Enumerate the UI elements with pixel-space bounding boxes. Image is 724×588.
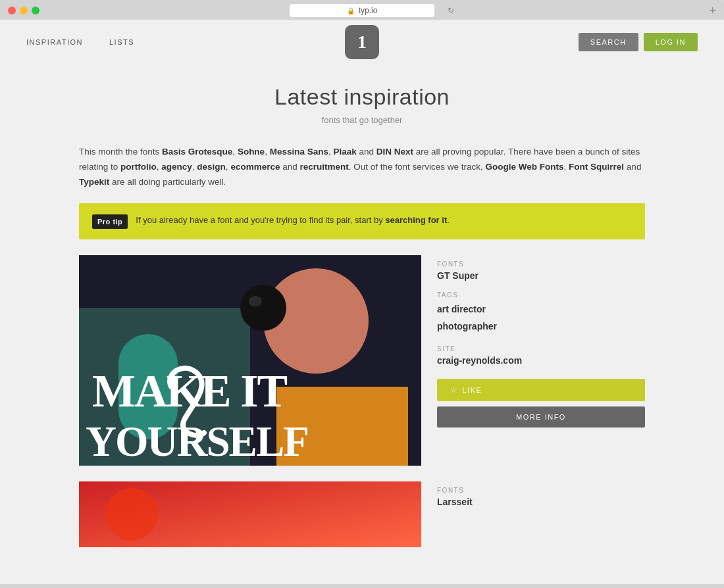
navbar: INSPIRATION LISTS 1 SEARCH LOG IN xyxy=(0,20,724,64)
mac-window: 🔒 typ.io ↻ + INSPIRATION LISTS 1 SEARCH … xyxy=(0,0,724,588)
pro-tip-text: If you already have a font and you're tr… xyxy=(136,214,450,227)
mac-titlebar: 🔒 typ.io ↻ + xyxy=(0,7,724,20)
more-info-button[interactable]: MORE INFO xyxy=(437,406,645,428)
card-2: FONTS Larsseit xyxy=(79,481,645,547)
page-content: INSPIRATION LISTS 1 SEARCH LOG IN Latest… xyxy=(0,20,724,584)
minimize-button[interactable] xyxy=(20,7,28,14)
card-1-image[interactable]: MAKE IT YOURSELF xyxy=(79,255,421,466)
like-label: LIKE xyxy=(463,386,482,394)
mac-window-buttons xyxy=(8,7,39,14)
pro-tip-badge: Pro tip xyxy=(92,214,128,230)
tags-label: TAGS xyxy=(437,291,645,299)
card-2-svg xyxy=(79,481,421,547)
new-tab-button[interactable]: + xyxy=(709,5,716,16)
pro-tip-link[interactable]: searching for it xyxy=(385,215,447,225)
tag-photographer[interactable]: photographer xyxy=(437,318,645,335)
hero-subtitle: fonts that go together xyxy=(26,115,698,125)
card-1: MAKE IT YOURSELF FONTS GT Super TAGS art… xyxy=(79,255,645,466)
svg-text:MAKE IT: MAKE IT xyxy=(92,366,288,416)
site-value: craig-reynolds.com xyxy=(437,355,645,366)
logo-box: 1 xyxy=(345,25,379,59)
tags-value: art director photographer xyxy=(437,301,645,334)
refresh-icon[interactable]: ↻ xyxy=(448,6,454,15)
main-container: This month the fonts Basis Grotesque, So… xyxy=(53,138,671,570)
card-1-actions: ☆ LIKE MORE INFO xyxy=(437,379,645,428)
nav-logo[interactable]: 1 xyxy=(345,25,379,59)
nav-inspiration[interactable]: INSPIRATION xyxy=(26,38,83,46)
lock-icon: 🔒 xyxy=(347,7,355,14)
svg-point-5 xyxy=(240,285,286,331)
nav-actions: SEARCH LOG IN xyxy=(579,33,698,51)
hero-title: Latest inspiration xyxy=(26,84,698,110)
login-button[interactable]: LOG IN xyxy=(644,33,698,51)
site-label: SITE xyxy=(437,345,645,353)
address-bar[interactable]: 🔒 typ.io xyxy=(290,4,434,17)
card2-fonts-value: Larsseit xyxy=(437,497,645,507)
pro-tip-content: Pro tip If you already have a font and y… xyxy=(92,214,632,230)
fonts-value: GT Super xyxy=(437,270,645,281)
card2-fonts-label: FONTS xyxy=(437,487,645,494)
close-button[interactable] xyxy=(8,7,16,14)
card-2-image[interactable] xyxy=(79,481,421,547)
url-text: typ.io xyxy=(359,6,378,15)
site-link[interactable]: craig-reynolds.com xyxy=(437,355,522,366)
star-icon: ☆ xyxy=(450,385,459,395)
card-1-info: FONTS GT Super TAGS art director photogr… xyxy=(437,255,645,427)
like-button[interactable]: ☆ LIKE xyxy=(437,379,645,401)
svg-text:YOURSELF: YOURSELF xyxy=(86,418,308,465)
hero-section: Latest inspiration fonts that go togethe… xyxy=(0,64,724,138)
fonts-label: FONTS xyxy=(437,260,645,268)
svg-point-6 xyxy=(249,296,262,306)
maximize-button[interactable] xyxy=(32,7,39,14)
card-2-info: FONTS Larsseit xyxy=(437,481,645,518)
pro-tip-box: Pro tip If you already have a font and y… xyxy=(79,203,645,240)
tag-art-director[interactable]: art director xyxy=(437,301,645,318)
article-text: This month the fonts Basis Grotesque, So… xyxy=(79,145,645,190)
make-it-yourself-svg: MAKE IT YOURSELF xyxy=(79,255,421,466)
search-button[interactable]: SEARCH xyxy=(579,33,638,51)
nav-lists[interactable]: LISTS xyxy=(109,38,134,46)
logo-text: 1 xyxy=(357,32,367,53)
svg-point-10 xyxy=(105,488,158,541)
nav-links: INSPIRATION LISTS xyxy=(26,38,134,46)
